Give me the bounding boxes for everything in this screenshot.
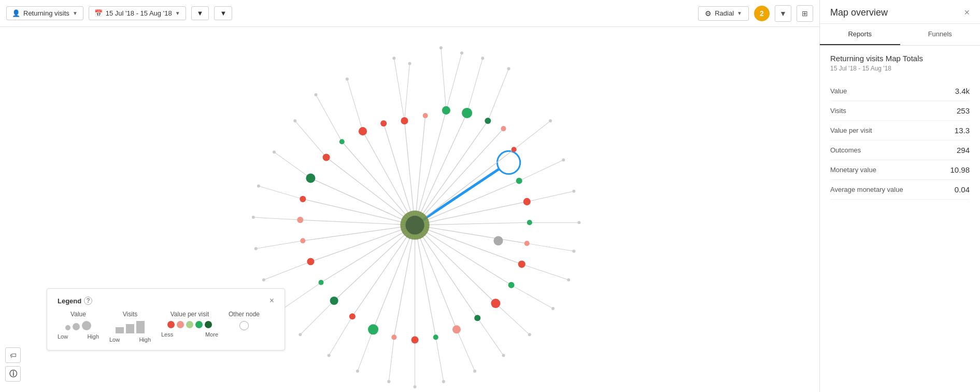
panel-section-title: Returning visits Map Totals — [830, 54, 970, 63]
chevron-down-icon: ▼ — [779, 9, 787, 18]
main-area: 👤 Returning visits ▼ 📅 15 Jul '18 - 15 A… — [0, 0, 819, 392]
segment-selector[interactable]: 👤 Returning visits ▼ — [6, 6, 83, 20]
svg-point-103 — [359, 127, 367, 135]
legend-visits-label: Visits — [123, 311, 137, 318]
svg-point-115 — [391, 334, 396, 340]
stat-value: 10.98 — [940, 160, 970, 180]
filter-btn[interactable]: ▼ — [191, 6, 209, 20]
stat-label: Monetary value — [830, 160, 940, 180]
svg-point-91 — [572, 249, 575, 253]
segment-label: Returning visits — [23, 9, 69, 17]
svg-line-48 — [279, 283, 321, 311]
svg-point-124 — [527, 220, 532, 225]
svg-line-55 — [457, 329, 475, 371]
legend-vpv-label: Value per visit — [171, 311, 209, 318]
radial-selector[interactable]: ⚙ Radial ▼ — [698, 6, 749, 21]
svg-point-90 — [567, 278, 570, 282]
layout-btn[interactable]: ⊞ — [797, 5, 813, 22]
svg-line-54 — [436, 337, 444, 381]
svg-point-119 — [474, 315, 480, 321]
svg-point-104 — [339, 139, 345, 144]
svg-line-37 — [446, 53, 462, 110]
radial-label: Radial — [715, 9, 734, 17]
panel-date: 15 Jul '18 - 15 Aug '18 — [830, 65, 970, 72]
stats-row: Outcomes294 — [830, 141, 970, 160]
legend-visits-range: Low High — [109, 337, 151, 343]
legend-box: Legend ? × Value Low High — [47, 288, 285, 351]
legend-info-icon[interactable]: ? — [84, 297, 92, 305]
svg-line-50 — [329, 316, 352, 355]
svg-line-14 — [300, 220, 415, 225]
tab-reports[interactable]: Reports — [820, 24, 900, 45]
svg-point-123 — [524, 241, 530, 246]
stat-label: Average monetary value — [830, 180, 940, 200]
date-range-selector[interactable]: 📅 15 Jul '18 - 15 Aug '18 ▼ — [89, 6, 186, 20]
svg-point-129 — [405, 216, 424, 234]
svg-point-117 — [433, 334, 438, 340]
legend-dot-lightgreen — [186, 321, 193, 328]
tag-icon-btn[interactable]: 🏷 — [5, 347, 21, 363]
bottom-icons: 🏷 ⓘ — [5, 347, 21, 382]
svg-point-114 — [368, 324, 378, 334]
legend-close-btn[interactable]: × — [269, 296, 274, 305]
legend-other-circle — [239, 321, 249, 330]
tag-icon: 🏷 — [10, 352, 17, 359]
svg-point-111 — [319, 280, 324, 285]
panel-title: Map overview — [830, 7, 888, 18]
svg-line-8 — [384, 123, 415, 225]
svg-line-38 — [467, 58, 482, 113]
svg-point-120 — [491, 299, 500, 308]
svg-point-108 — [297, 217, 303, 223]
date-range-label: 15 Jul '18 - 15 Aug '18 — [106, 9, 172, 17]
svg-line-44 — [259, 186, 303, 199]
svg-point-87 — [502, 354, 505, 357]
legend-other-section: Other node — [229, 311, 260, 330]
svg-point-125 — [523, 198, 531, 205]
svg-point-88 — [528, 333, 531, 336]
legend-visits-section: Visits Low High — [109, 311, 151, 343]
svg-line-16 — [310, 225, 415, 261]
legend-value-range: Low High — [58, 333, 99, 340]
svg-point-75 — [257, 185, 260, 188]
radial-icon: ⚙ — [705, 9, 712, 18]
svg-point-85 — [442, 380, 445, 383]
svg-line-63 — [519, 160, 563, 180]
svg-point-73 — [293, 119, 296, 122]
svg-point-113 — [349, 313, 356, 319]
svg-point-83 — [387, 380, 390, 383]
stats-row: Average monetary value0.04 — [830, 180, 970, 200]
filter-add-btn[interactable]: ▼ — [214, 6, 232, 20]
svg-point-93 — [572, 190, 575, 193]
svg-point-121 — [508, 282, 515, 288]
svg-point-69 — [481, 57, 484, 60]
tab-funnels[interactable]: Funnels — [900, 24, 981, 45]
legend-value-section: Value Low High — [58, 311, 99, 340]
svg-line-30 — [415, 222, 530, 225]
svg-line-34 — [394, 58, 404, 121]
legend-vpv-section: Value per visit Less More — [161, 311, 218, 338]
legend-dot-red — [167, 321, 175, 328]
stat-value: 294 — [940, 141, 970, 160]
svg-line-60 — [527, 243, 574, 251]
svg-line-56 — [477, 318, 503, 355]
panel-content: Returning visits Map Totals 15 Jul '18 -… — [820, 46, 980, 392]
svg-point-81 — [328, 354, 331, 357]
svg-point-96 — [401, 117, 408, 124]
svg-point-92 — [577, 221, 580, 224]
stat-label: Visits — [830, 101, 940, 121]
svg-line-41 — [316, 95, 342, 142]
panel-close-btn[interactable]: × — [964, 7, 970, 18]
svg-point-99 — [462, 108, 472, 118]
calendar-icon: 📅 — [94, 9, 103, 17]
svg-line-58 — [512, 285, 553, 309]
svg-line-0 — [415, 162, 509, 225]
stats-row: Visits253 — [830, 101, 970, 121]
right-panel: Map overview × Reports Funnels Returning… — [819, 0, 980, 392]
svg-point-109 — [300, 238, 305, 243]
chevron-down-btn[interactable]: ▼ — [775, 5, 791, 22]
badge-count[interactable]: 2 — [754, 6, 770, 21]
svg-point-68 — [460, 51, 463, 54]
info-icon-btn[interactable]: ⓘ — [5, 366, 21, 382]
stats-row: Monetary value10.98 — [830, 160, 970, 180]
stats-row: Value3.4k — [830, 81, 970, 101]
